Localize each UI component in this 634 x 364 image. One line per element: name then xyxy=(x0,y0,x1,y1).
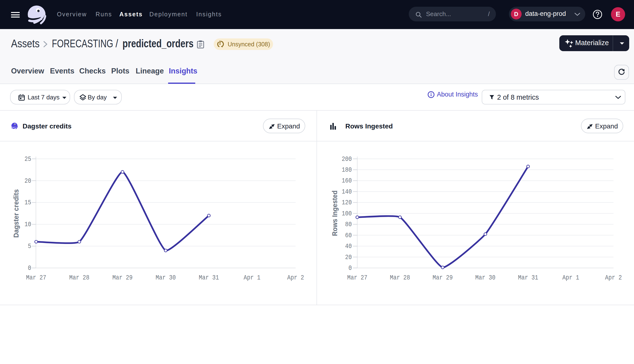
svg-text:40: 40 xyxy=(345,242,352,250)
svg-text:Mar 31: Mar 31 xyxy=(199,274,219,282)
svg-text:200: 200 xyxy=(342,155,352,163)
svg-text:60: 60 xyxy=(345,232,352,239)
svg-text:15: 15 xyxy=(24,199,31,206)
svg-text:140: 140 xyxy=(342,188,352,196)
svg-text:Apr 1: Apr 1 xyxy=(562,274,579,282)
svg-text:Apr 1: Apr 1 xyxy=(244,274,260,282)
svg-text:Mar 29: Mar 29 xyxy=(112,274,132,282)
svg-text:160: 160 xyxy=(342,177,352,184)
svg-text:Mar 28: Mar 28 xyxy=(390,274,410,282)
svg-text:20: 20 xyxy=(24,177,31,185)
svg-text:100: 100 xyxy=(342,210,352,217)
svg-text:80: 80 xyxy=(345,221,352,228)
svg-text:Apr 2: Apr 2 xyxy=(605,274,622,282)
svg-text:0: 0 xyxy=(28,264,31,272)
svg-text:Dagster credits: Dagster credits xyxy=(12,189,20,238)
svg-text:0: 0 xyxy=(348,264,352,272)
svg-text:Apr 2: Apr 2 xyxy=(287,274,304,282)
svg-text:120: 120 xyxy=(342,199,352,206)
svg-text:Mar 28: Mar 28 xyxy=(69,274,89,282)
svg-text:Mar 30: Mar 30 xyxy=(475,274,496,282)
svg-text:Mar 27: Mar 27 xyxy=(347,274,368,282)
svg-text:5: 5 xyxy=(28,242,31,250)
svg-text:Mar 31: Mar 31 xyxy=(518,274,538,282)
svg-text:180: 180 xyxy=(342,166,352,174)
svg-text:25: 25 xyxy=(24,155,31,163)
svg-text:Rows Ingested: Rows Ingested xyxy=(331,190,338,236)
svg-text:20: 20 xyxy=(345,254,352,261)
svg-text:Mar 27: Mar 27 xyxy=(26,274,46,282)
svg-text:Mar 30: Mar 30 xyxy=(156,274,176,282)
svg-text:10: 10 xyxy=(24,221,31,228)
svg-text:Mar 29: Mar 29 xyxy=(432,274,453,282)
